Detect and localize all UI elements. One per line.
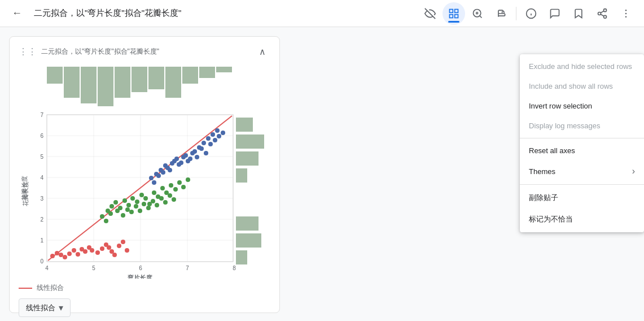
menu-item-mark-inappropriate[interactable]: 标记为不恰当 (520, 209, 644, 230)
svg-point-87 (173, 187, 178, 192)
svg-point-136 (206, 136, 211, 141)
svg-point-13 (598, 12, 601, 15)
svg-text:3: 3 (40, 196, 43, 202)
svg-rect-26 (148, 67, 164, 89)
svg-rect-34 (236, 168, 247, 183)
chart-legend: 线性拟合 (19, 283, 270, 293)
menu-divider-1 (520, 138, 644, 138)
menu-item-invert-selection[interactable]: Invert row selection (520, 96, 644, 116)
menu-item-invert-label: Invert row selection (529, 102, 592, 110)
svg-text:7: 7 (186, 265, 189, 271)
menu-item-display-log-label: Display log messages (529, 122, 600, 130)
svg-rect-20 (47, 67, 63, 84)
select-icon-btn[interactable] (443, 2, 465, 25)
svg-point-132 (188, 157, 192, 161)
menu-item-display-log[interactable]: Display log messages (520, 116, 644, 136)
menu-item-exclude-hide-label: Exclude and hide selected rows (529, 62, 632, 71)
hide-rows-icon-btn[interactable] (419, 2, 441, 25)
svg-rect-32 (236, 135, 264, 149)
fit-type-button[interactable]: 线性拟合 ▾ (19, 298, 71, 317)
drag-handle-icon[interactable]: ⋮⋮ (19, 46, 37, 57)
y-label-rendered: 花瓣长度 (22, 181, 29, 206)
svg-rect-37 (236, 250, 247, 264)
zoom-icon-btn[interactable] (466, 2, 489, 25)
menu-item-delete-sticker[interactable]: 副除贴子 (520, 187, 644, 209)
svg-rect-30 (216, 67, 232, 72)
svg-text:6: 6 (40, 133, 43, 139)
svg-point-55 (72, 248, 76, 253)
svg-point-14 (604, 15, 607, 18)
toolbar: ← 二元拟合，以"弯片长度"拟合"花瓣长度" (0, 0, 644, 27)
svg-rect-27 (165, 67, 181, 98)
menu-item-exclude-hide[interactable]: Exclude and hide selected rows (520, 57, 644, 76)
svg-text:2: 2 (40, 216, 43, 223)
info-icon-btn[interactable] (520, 2, 542, 25)
chart-title: 二元拟合，以"弯片长度"拟合"花瓣长度" (41, 47, 159, 57)
fit-type-label: 线性拟合 (26, 303, 55, 313)
svg-text:8: 8 (233, 265, 236, 271)
svg-point-18 (625, 12, 627, 14)
svg-point-88 (177, 180, 182, 185)
share-icon-btn[interactable] (591, 2, 614, 25)
menu-item-reset-axes[interactable]: Reset all axes (520, 141, 644, 160)
svg-point-134 (197, 145, 201, 150)
chart-card-title-group: ⋮⋮ 二元拟合，以"弯片长度"拟合"花瓣长度" (19, 46, 159, 57)
svg-point-62 (100, 246, 104, 251)
back-button[interactable]: ← (7, 3, 27, 24)
toolbar-separator-1 (516, 7, 516, 20)
svg-point-68 (121, 240, 125, 244)
comment-icon-btn[interactable] (544, 2, 566, 25)
svg-text:7: 7 (40, 112, 43, 118)
svg-point-124 (152, 180, 156, 185)
svg-point-69 (125, 248, 129, 253)
svg-point-79 (139, 193, 144, 197)
svg-point-50 (50, 254, 55, 258)
svg-rect-31 (236, 118, 253, 132)
menu-item-themes[interactable]: Themes › (520, 160, 644, 182)
svg-rect-28 (182, 67, 198, 84)
svg-point-94 (121, 213, 125, 218)
hand-icon-btn[interactable] (490, 2, 512, 25)
svg-rect-36 (236, 233, 261, 248)
svg-point-86 (169, 183, 173, 188)
svg-point-73 (113, 200, 118, 205)
svg-point-125 (156, 173, 161, 178)
menu-item-themes-label: Themes (529, 167, 555, 176)
collapse-button[interactable]: ∧ (255, 44, 270, 59)
zoom-icon (472, 8, 483, 19)
bookmark-icon-btn[interactable] (567, 2, 590, 25)
menu-divider-2 (520, 184, 644, 185)
svg-point-135 (201, 141, 206, 145)
toolbar-icons (419, 2, 637, 25)
more-icon-btn[interactable] (615, 2, 637, 25)
svg-text:5: 5 (40, 154, 43, 160)
svg-point-103 (159, 196, 164, 201)
more-icon (620, 8, 632, 19)
top-histogram (47, 67, 232, 106)
svg-point-58 (83, 249, 87, 254)
svg-point-92 (108, 211, 113, 216)
svg-rect-4 (450, 14, 453, 18)
svg-point-78 (135, 199, 139, 204)
svg-point-93 (115, 209, 120, 213)
themes-submenu-arrow-icon: › (632, 166, 635, 176)
svg-point-106 (172, 197, 176, 202)
menu-item-reset-axes-label: Reset all axes (529, 146, 575, 155)
svg-point-117 (195, 155, 199, 159)
svg-rect-23 (98, 67, 113, 106)
svg-point-53 (63, 255, 67, 259)
svg-point-120 (208, 142, 213, 146)
svg-text:0: 0 (40, 258, 43, 264)
svg-point-76 (126, 203, 131, 207)
svg-rect-22 (81, 67, 97, 103)
svg-point-12 (604, 8, 607, 11)
svg-point-107 (149, 176, 154, 180)
context-menu: Exclude and hide selected rows Include a… (520, 54, 644, 232)
svg-line-6 (480, 15, 482, 18)
menu-item-include-show[interactable]: Include and show all rows (520, 76, 644, 96)
svg-point-56 (76, 252, 80, 257)
svg-point-80 (143, 196, 148, 201)
svg-line-16 (601, 11, 604, 12)
svg-point-126 (161, 170, 165, 175)
svg-point-138 (215, 128, 220, 133)
